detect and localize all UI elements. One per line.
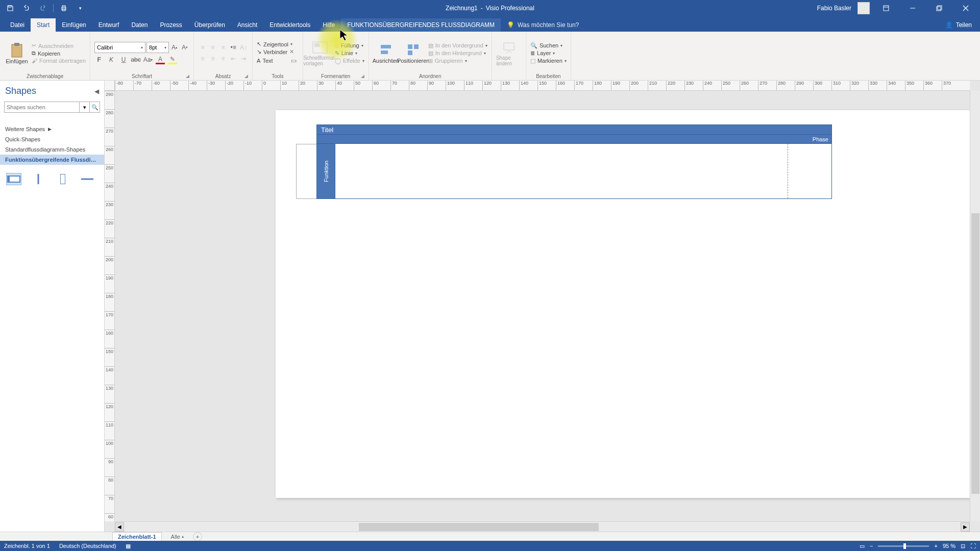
- ribbon-options-icon[interactable]: [876, 0, 896, 16]
- scroll-thumb[interactable]: [359, 523, 599, 531]
- layer-button[interactable]: ≣Layer▾: [530, 50, 567, 57]
- strikethrough-button[interactable]: abc: [131, 55, 140, 64]
- bullets-icon[interactable]: •≡: [229, 43, 238, 52]
- collapse-panel-icon[interactable]: ◀: [94, 88, 99, 95]
- zoom-slider[interactable]: [878, 545, 929, 547]
- rectangle-tool-icon[interactable]: ▭: [289, 56, 299, 65]
- zoom-level[interactable]: 95 %: [943, 543, 955, 549]
- dialog-launcher-icon[interactable]: ◢: [186, 73, 189, 79]
- all-pages-dropdown[interactable]: Alle▴: [167, 533, 188, 541]
- zoom-out-icon[interactable]: −: [870, 543, 873, 549]
- tab-daten[interactable]: Daten: [125, 18, 154, 32]
- swimlane-phase-bar[interactable]: Phase: [316, 135, 832, 144]
- increase-font-icon[interactable]: A▴: [170, 43, 179, 52]
- horizontal-separator-thumb[interactable]: [80, 173, 95, 185]
- close-icon[interactable]: [955, 0, 976, 16]
- copy-button[interactable]: ⧉Kopieren: [32, 50, 86, 57]
- font-color-button[interactable]: A: [156, 55, 165, 64]
- swimlane-shape-thumb[interactable]: [6, 173, 21, 185]
- save-icon[interactable]: [4, 2, 16, 14]
- line-button[interactable]: ✎Linie▾: [335, 50, 364, 57]
- shapes-search-input[interactable]: [4, 102, 80, 113]
- tab-ansicht[interactable]: Ansicht: [231, 18, 263, 32]
- scroll-right-icon[interactable]: ▶: [961, 522, 970, 532]
- font-name-dropdown[interactable]: Calibri▾: [94, 42, 145, 53]
- change-case-button[interactable]: Aa▾: [143, 55, 153, 64]
- vertical-scrollbar[interactable]: [970, 91, 980, 521]
- zoom-slider-thumb[interactable]: [903, 543, 906, 549]
- swimlane-body[interactable]: [335, 144, 831, 198]
- tab-hilfe[interactable]: Hilfe: [316, 18, 341, 32]
- select-button[interactable]: ⬚Markieren▾: [530, 58, 567, 64]
- cut-button[interactable]: ✂Ausschneiden: [32, 42, 86, 49]
- pointer-tool-button[interactable]: ↖Zeigertool ▾: [257, 41, 299, 47]
- highlight-button[interactable]: ✎: [168, 55, 177, 64]
- drawing-page[interactable]: Titel Phase Funktion: [276, 110, 970, 498]
- scroll-track-v[interactable]: [971, 91, 980, 521]
- presentation-mode-icon[interactable]: ▭: [860, 543, 865, 549]
- decrease-indent-icon[interactable]: ⇤: [229, 54, 238, 63]
- text-tool-button[interactable]: AText ▭: [257, 56, 299, 65]
- zoom-in-icon[interactable]: +: [934, 543, 937, 549]
- tab-prozess[interactable]: Prozess: [154, 18, 188, 32]
- add-page-button[interactable]: +: [193, 532, 202, 541]
- bring-front-button[interactable]: ▧In den Vordergrund▾: [428, 42, 487, 49]
- user-name[interactable]: Fabio Basler: [817, 5, 851, 12]
- tab-ueberpruefen[interactable]: Überprüfen: [188, 18, 231, 32]
- vertical-swimlane-thumb[interactable]: [55, 173, 70, 185]
- horizontal-scrollbar[interactable]: ◀ ▶: [115, 521, 970, 532]
- swimlane-container[interactable]: Titel Phase Funktion: [316, 124, 832, 199]
- align-top-icon[interactable]: ≡: [198, 43, 207, 52]
- shapes-search-dropdown-icon[interactable]: ▾: [80, 102, 90, 113]
- paste-button[interactable]: Einfügen: [4, 42, 30, 64]
- effects-button[interactable]: ◯Effekte▾: [335, 58, 364, 64]
- tab-start[interactable]: Start: [31, 18, 56, 32]
- scroll-thumb-v[interactable]: [971, 213, 979, 494]
- align-button[interactable]: Ausrichten: [373, 42, 399, 64]
- increase-indent-icon[interactable]: ⇥: [239, 54, 248, 63]
- align-center-icon[interactable]: ≡: [208, 54, 217, 63]
- quick-shapes-item[interactable]: Quick-Shapes: [0, 134, 104, 144]
- print-icon[interactable]: [58, 2, 70, 14]
- macro-recording-icon[interactable]: ▦: [126, 543, 131, 549]
- format-painter-button[interactable]: 🖌Format übertragen: [32, 58, 86, 64]
- find-button[interactable]: 🔍Suchen▾: [530, 42, 567, 49]
- swimlane-function-label[interactable]: Funktion: [317, 144, 335, 198]
- fill-button[interactable]: ◇Füllung▾: [335, 42, 364, 49]
- shapes-search-button[interactable]: 🔍: [90, 102, 100, 113]
- close-x-icon[interactable]: ✕: [289, 48, 294, 55]
- align-left-icon[interactable]: ≡: [198, 54, 207, 63]
- standard-flowchart-shapes-item[interactable]: Standardflussdiagramm-Shapes: [0, 144, 104, 155]
- connector-tool-button[interactable]: ↘Verbinder ✕: [257, 48, 299, 55]
- text-direction-icon[interactable]: A↕: [239, 43, 248, 52]
- align-bottom-icon[interactable]: ≡: [218, 43, 228, 52]
- phase-divider[interactable]: [788, 144, 788, 198]
- qat-customize-icon[interactable]: ▾: [74, 2, 86, 14]
- align-right-icon[interactable]: ≡: [218, 54, 228, 63]
- dialog-launcher-icon[interactable]: ◢: [361, 73, 364, 79]
- separator-shape-thumb[interactable]: [31, 173, 46, 185]
- quick-styles-button[interactable]: Schnellformat-vorlagen: [307, 40, 333, 66]
- swimlane-title-bar[interactable]: Titel: [316, 124, 832, 135]
- fullscreen-icon[interactable]: ⛶: [970, 543, 976, 549]
- tab-datei[interactable]: Datei: [4, 18, 31, 32]
- status-page-info[interactable]: Zeichenbl. 1 von 1: [4, 543, 50, 549]
- redo-icon[interactable]: [37, 2, 49, 14]
- swimlane-lane[interactable]: Funktion: [316, 144, 832, 199]
- send-back-button[interactable]: ▨In den Hintergrund▾: [428, 50, 487, 57]
- drawing-surface[interactable]: Titel Phase Funktion: [115, 91, 970, 521]
- group-button[interactable]: ⊞Gruppieren▾: [428, 58, 487, 64]
- tab-einfuegen[interactable]: Einfügen: [56, 18, 92, 32]
- tab-entwurf[interactable]: Entwurf: [92, 18, 126, 32]
- scroll-track[interactable]: [124, 522, 961, 532]
- change-shape-button[interactable]: Shape ändern: [496, 40, 522, 66]
- minimize-icon[interactable]: [902, 0, 923, 16]
- user-avatar[interactable]: [857, 2, 870, 14]
- tab-crossfunc-flowchart[interactable]: FUNKTIONSÜBERGREIFENDES FLUSSDIAGRAMM: [341, 18, 501, 32]
- swimlane-container-edge[interactable]: [296, 144, 316, 199]
- undo-icon[interactable]: [20, 2, 33, 14]
- status-language[interactable]: Deutsch (Deutschland): [59, 543, 116, 549]
- align-middle-icon[interactable]: ≡: [208, 43, 217, 52]
- italic-button[interactable]: K: [107, 55, 116, 64]
- font-size-dropdown[interactable]: 8pt▾: [146, 42, 169, 53]
